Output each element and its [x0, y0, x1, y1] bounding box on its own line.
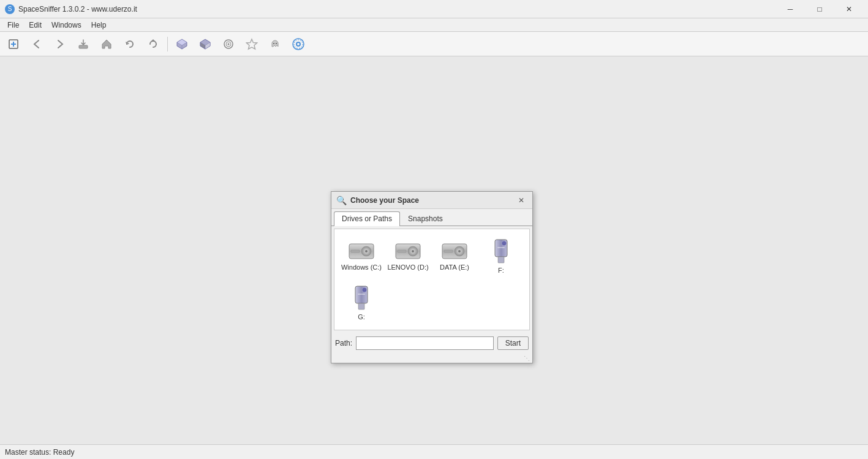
- minimize-button[interactable]: ─: [776, 0, 804, 18]
- svg-point-25: [412, 250, 414, 252]
- back-icon: [31, 38, 43, 50]
- svg-point-12: [228, 43, 230, 45]
- home-icon: [100, 38, 113, 50]
- dialog-title-icon: 🔍: [336, 195, 347, 205]
- svg-rect-32: [498, 257, 504, 263]
- svg-rect-3: [79, 45, 88, 48]
- refresh-button[interactable]: [119, 34, 141, 55]
- settings-icon: [292, 38, 304, 50]
- back-button[interactable]: [26, 34, 48, 55]
- star-icon: [246, 38, 258, 50]
- drive-item-d[interactable]: LENOVO (D:): [386, 234, 430, 278]
- svg-rect-38: [358, 294, 365, 295]
- dialog-title: Choose your Space: [350, 196, 419, 205]
- dialog-title-left: 🔍 Choose your Space: [336, 195, 419, 205]
- cube1-button[interactable]: [171, 34, 193, 55]
- drive-grid: Windows (C:): [334, 229, 530, 330]
- tab-drives[interactable]: Drives or Paths: [334, 211, 400, 226]
- svg-rect-36: [358, 303, 364, 309]
- menu-windows[interactable]: Windows: [47, 20, 86, 31]
- hdd-icon-d: [394, 241, 421, 261]
- export-button[interactable]: [72, 34, 94, 55]
- refresh2-icon: [147, 38, 159, 50]
- svg-point-14: [273, 43, 274, 44]
- status-bar: Master status: Ready: [0, 444, 868, 459]
- star-button[interactable]: [241, 34, 263, 55]
- maximize-button[interactable]: □: [806, 0, 834, 18]
- drive-item-c[interactable]: Windows (C:): [339, 234, 383, 278]
- resize-dots: ⋱: [524, 355, 530, 362]
- svg-point-15: [276, 43, 277, 44]
- svg-point-33: [502, 241, 506, 245]
- menu-help[interactable]: Help: [86, 20, 111, 31]
- dialog-tabs: Drives or Paths Snapshots: [331, 209, 532, 226]
- resize-handle[interactable]: ⋱: [331, 354, 532, 363]
- main-area: 🔍 Choose your Space ✕ Drives or Paths Sn…: [0, 56, 868, 444]
- path-bar: Path: Start: [331, 333, 532, 354]
- menu-bar: File Edit Windows Help: [0, 18, 868, 32]
- ghost-button[interactable]: [264, 34, 286, 55]
- path-label: Path:: [335, 339, 352, 347]
- target-button[interactable]: [217, 34, 240, 55]
- title-bar-left: S SpaceSniffer 1.3.0.2 - www.uderzo.it: [5, 4, 137, 14]
- svg-point-21: [365, 250, 368, 252]
- hdd-icon-e: [441, 241, 468, 261]
- svg-point-16: [296, 42, 300, 46]
- target-icon: [222, 38, 235, 50]
- ghost-icon: [269, 38, 281, 50]
- menu-edit[interactable]: Edit: [24, 20, 47, 31]
- path-input[interactable]: [356, 336, 494, 350]
- window-title: SpaceSniffer 1.3.0.2 - www.uderzo.it: [18, 5, 137, 13]
- drive-label-g: G:: [358, 313, 365, 321]
- drive-label-f: F:: [498, 267, 504, 274]
- dialog-title-bar: 🔍 Choose your Space ✕: [331, 192, 532, 209]
- title-bar: S SpaceSniffer 1.3.0.2 - www.uderzo.it ─…: [0, 0, 868, 18]
- drive-label-d: LENOVO (D:): [387, 264, 428, 271]
- svg-point-18: [293, 39, 304, 50]
- svg-point-29: [458, 250, 461, 252]
- drive-item-e[interactable]: DATA (E:): [432, 234, 477, 278]
- close-button[interactable]: ✕: [835, 0, 863, 18]
- svg-rect-22: [351, 250, 360, 252]
- cube2-button[interactable]: [194, 34, 216, 55]
- usb-icon-f: [492, 238, 510, 264]
- menu-file[interactable]: File: [2, 20, 24, 31]
- settings-button[interactable]: [287, 34, 309, 55]
- new-icon: [7, 38, 20, 50]
- svg-rect-34: [497, 247, 505, 248]
- svg-rect-26: [398, 250, 406, 252]
- home-button[interactable]: [96, 34, 118, 55]
- window-controls: ─ □ ✕: [776, 0, 863, 18]
- cube2-icon: [199, 38, 211, 50]
- drive-label-e: DATA (E:): [440, 264, 469, 271]
- svg-point-17: [294, 40, 303, 48]
- refresh-icon: [124, 38, 136, 50]
- toolbar: [0, 32, 868, 56]
- drive-item-g[interactable]: G:: [339, 281, 383, 325]
- cube1-icon: [176, 38, 188, 50]
- status-text: Master status: Ready: [5, 448, 74, 457]
- forward-button[interactable]: [49, 34, 71, 55]
- drive-label-c: Windows (C:): [341, 264, 382, 271]
- refresh2-button[interactable]: [142, 34, 164, 55]
- hdd-icon-c: [348, 241, 375, 261]
- svg-marker-13: [247, 39, 257, 49]
- start-button[interactable]: Start: [497, 336, 529, 350]
- svg-rect-30: [444, 250, 453, 252]
- export-icon: [77, 38, 89, 50]
- dialog-close-button[interactable]: ✕: [515, 194, 527, 207]
- choose-space-dialog: 🔍 Choose your Space ✕ Drives or Paths Sn…: [331, 191, 533, 363]
- tab-snapshots[interactable]: Snapshots: [400, 211, 451, 226]
- app-icon: S: [5, 4, 15, 14]
- drive-item-f[interactable]: F:: [479, 234, 523, 278]
- new-button[interactable]: [2, 34, 25, 55]
- usb-icon-g: [352, 285, 371, 311]
- toolbar-separator-1: [167, 37, 168, 51]
- svg-point-37: [363, 288, 366, 292]
- forward-icon: [54, 38, 66, 50]
